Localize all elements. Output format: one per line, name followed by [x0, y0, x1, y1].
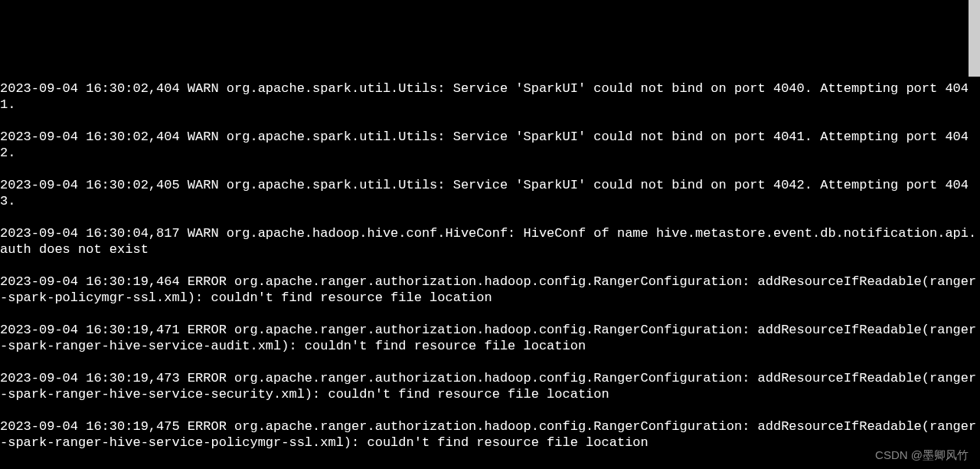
log-line: 2023-09-04 16:30:19,475 ERROR org.apache… — [0, 418, 980, 451]
watermark-text: CSDN @墨卿风竹 — [875, 447, 969, 463]
terminal-output[interactable]: 2023-09-04 16:30:02,404 WARN org.apache.… — [0, 64, 980, 469]
log-line: 2023-09-04 16:30:04,817 WARN org.apache.… — [0, 225, 980, 257]
log-line: 2023-09-04 16:30:02,404 WARN org.apache.… — [0, 129, 980, 161]
log-line: 2023-09-04 16:30:02,404 WARN org.apache.… — [0, 80, 980, 113]
log-line: 2023-09-04 16:30:19,464 ERROR org.apache… — [0, 274, 980, 306]
log-line: 2023-09-04 16:30:19,471 ERROR org.apache… — [0, 322, 980, 354]
scrollbar-thumb[interactable] — [969, 0, 980, 77]
log-line: 2023-09-04 16:30:19,473 ERROR org.apache… — [0, 370, 980, 402]
log-line: 2023-09-04 16:30:02,405 WARN org.apache.… — [0, 177, 980, 209]
